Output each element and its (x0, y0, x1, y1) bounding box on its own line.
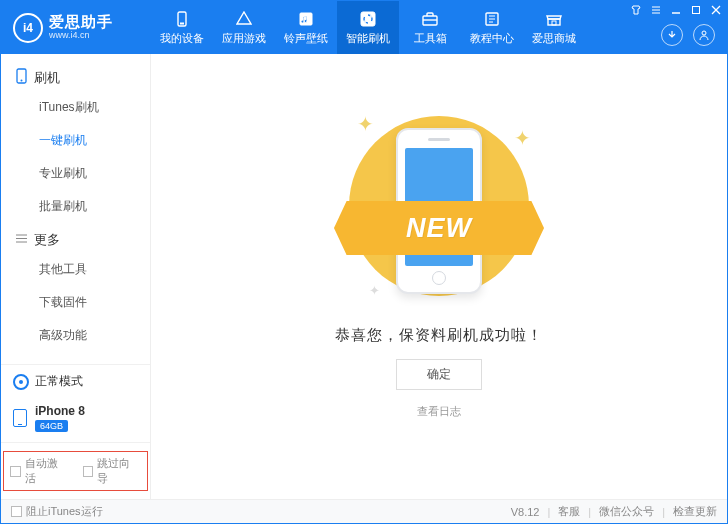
main-content: ✦ ✦ ✦ NEW 恭喜您，保资料刷机成功啦！ 确定 查看日志 (151, 54, 727, 499)
app-title: 爱思助手 (49, 14, 113, 31)
sidebar-item-advanced[interactable]: 高级功能 (1, 319, 150, 352)
svg-rect-10 (548, 19, 560, 25)
sidebar-group-label: 更多 (34, 231, 60, 249)
header-right-icons (661, 24, 715, 46)
nav-label: 智能刷机 (346, 31, 390, 46)
status-link-support[interactable]: 客服 (558, 504, 580, 519)
apps-icon (235, 10, 253, 28)
device-name: iPhone 8 (35, 404, 85, 418)
new-ribbon: NEW (334, 201, 544, 255)
checkbox-icon (83, 466, 94, 477)
nav-label: 教程中心 (470, 31, 514, 46)
nav-tutorial[interactable]: 教程中心 (461, 1, 523, 54)
device-mode[interactable]: 正常模式 (1, 364, 150, 398)
menu-icon[interactable] (651, 5, 661, 17)
nav-label: 铃声壁纸 (284, 31, 328, 46)
status-link-wechat[interactable]: 微信公众号 (599, 504, 654, 519)
skin-icon[interactable] (631, 5, 641, 17)
toolbox-icon (421, 10, 439, 28)
sidebar-group-label: 刷机 (34, 69, 60, 87)
sidebar-item-batch-flash[interactable]: 批量刷机 (1, 190, 150, 223)
checkbox-label: 自动激活 (25, 456, 69, 486)
nav-label: 爱思商城 (532, 31, 576, 46)
sidebar-item-onekey-flash[interactable]: 一键刷机 (1, 124, 150, 157)
sidebar: 刷机 iTunes刷机 一键刷机 专业刷机 批量刷机 更多 其他工具 下载固件 … (1, 54, 151, 499)
version-label: V8.12 (511, 506, 540, 518)
logo: i4 爱思助手 www.i4.cn (1, 13, 151, 43)
success-illustration: ✦ ✦ ✦ NEW (334, 106, 544, 306)
app-subtitle: www.i4.cn (49, 31, 113, 41)
sidebar-item-itunes-flash[interactable]: iTunes刷机 (1, 91, 150, 124)
nav-ringtones[interactable]: 铃声壁纸 (275, 1, 337, 54)
music-icon (297, 10, 315, 28)
svg-point-19 (702, 31, 706, 35)
checkbox-icon (10, 466, 21, 477)
flash-options: 自动激活 跳过向导 (1, 442, 150, 499)
minimize-icon[interactable] (671, 5, 681, 17)
ribbon-text: NEW (406, 213, 472, 244)
device-info[interactable]: iPhone 8 64GB (1, 398, 150, 442)
svg-rect-1 (181, 23, 184, 24)
checkbox-skip-wizard[interactable]: 跳过向导 (83, 456, 142, 486)
checkbox-icon (11, 506, 22, 517)
nav-flash[interactable]: 智能刷机 (337, 1, 399, 54)
sparkle-icon: ✦ (369, 283, 380, 298)
logo-icon: i4 (13, 13, 43, 43)
checkbox-label: 阻止iTunes运行 (26, 504, 103, 519)
nav-store[interactable]: 爱思商城 (523, 1, 585, 54)
device-capacity: 64GB (35, 420, 68, 432)
statusbar: 阻止iTunes运行 V8.12 | 客服 | 微信公众号 | 检查更新 (1, 499, 727, 523)
nav-my-device[interactable]: 我的设备 (151, 1, 213, 54)
nav-apps[interactable]: 应用游戏 (213, 1, 275, 54)
checkbox-auto-activate[interactable]: 自动激活 (10, 456, 69, 486)
nav-toolbox[interactable]: 工具箱 (399, 1, 461, 54)
device-mode-label: 正常模式 (35, 373, 83, 390)
options-highlight: 自动激活 跳过向导 (3, 451, 148, 491)
nav-label: 我的设备 (160, 31, 204, 46)
sidebar-item-download-firmware[interactable]: 下载固件 (1, 286, 150, 319)
phone-icon (13, 409, 27, 427)
sparkle-icon: ✦ (514, 126, 531, 150)
book-icon (483, 10, 501, 28)
sidebar-group-more: 更多 (1, 223, 150, 253)
sidebar-item-pro-flash[interactable]: 专业刷机 (1, 157, 150, 190)
success-message: 恭喜您，保资料刷机成功啦！ (335, 326, 543, 345)
nav-label: 工具箱 (414, 31, 447, 46)
close-icon[interactable] (711, 5, 721, 17)
svg-point-21 (21, 80, 23, 82)
nav-label: 应用游戏 (222, 31, 266, 46)
titlebar: i4 爱思助手 www.i4.cn 我的设备 应用游戏 铃声壁纸 智能刷机 (1, 1, 727, 54)
svg-rect-3 (361, 12, 375, 26)
view-log-link[interactable]: 查看日志 (417, 404, 461, 419)
store-icon (545, 10, 563, 28)
status-link-update[interactable]: 检查更新 (673, 504, 717, 519)
user-icon[interactable] (693, 24, 715, 46)
phone-flash-icon (15, 68, 28, 87)
mode-icon (13, 374, 29, 390)
maximize-icon[interactable] (691, 5, 701, 17)
svg-rect-16 (693, 7, 700, 14)
window-controls (631, 5, 721, 17)
checkbox-label: 跳过向导 (97, 456, 141, 486)
checkbox-block-itunes[interactable]: 阻止iTunes运行 (11, 504, 103, 519)
refresh-icon (359, 10, 377, 28)
device-icon (173, 10, 191, 28)
main-nav: 我的设备 应用游戏 铃声壁纸 智能刷机 工具箱 教程中心 (151, 1, 585, 54)
sparkle-icon: ✦ (357, 112, 374, 136)
ok-button[interactable]: 确定 (396, 359, 482, 390)
more-icon (15, 232, 28, 248)
sidebar-item-other-tools[interactable]: 其他工具 (1, 253, 150, 286)
sidebar-group-flash: 刷机 (1, 60, 150, 91)
download-icon[interactable] (661, 24, 683, 46)
